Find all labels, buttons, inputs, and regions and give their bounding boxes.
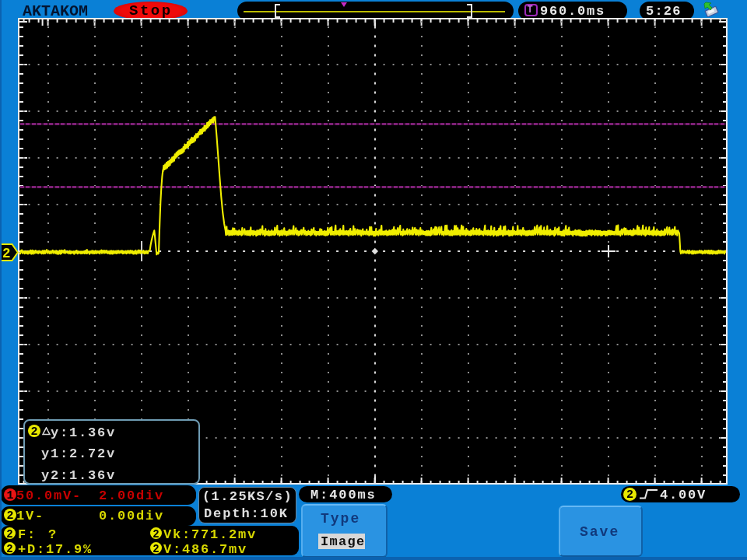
svg-text:2: 2 — [2, 245, 11, 261]
